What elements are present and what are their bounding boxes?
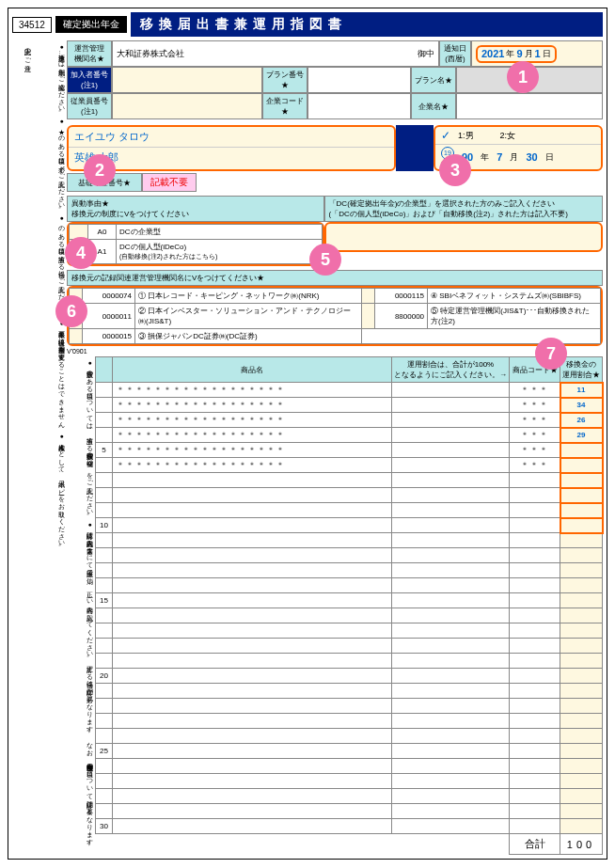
product-name[interactable]: ＊＊＊＊＊＊＊＊＊＊＊＊＊＊＊＊＊＊ bbox=[112, 443, 391, 458]
product-ratio[interactable] bbox=[560, 774, 603, 789]
rk-code-0: 0000074 bbox=[83, 289, 135, 304]
product-ratio[interactable] bbox=[560, 789, 603, 804]
product-code: ＊＊＊ bbox=[510, 383, 560, 398]
product-ratio[interactable] bbox=[560, 533, 603, 548]
product-ratio[interactable]: 29 bbox=[560, 428, 603, 443]
product-name[interactable] bbox=[112, 774, 391, 789]
subscriber-field[interactable] bbox=[112, 67, 262, 93]
product-code bbox=[510, 744, 560, 759]
notification-date[interactable]: 2021 年 9 月 1 日 bbox=[476, 45, 557, 63]
pension-note: 記載不要 bbox=[142, 173, 197, 192]
product-name[interactable]: ＊＊＊＊＊＊＊＊＊＊＊＊＊＊＊＊＊＊ bbox=[112, 398, 391, 413]
day-unit: 日 bbox=[543, 48, 551, 60]
product-ratio[interactable] bbox=[560, 443, 603, 458]
name-kanji: 英雄 太郎 bbox=[69, 147, 394, 167]
product-ratio[interactable] bbox=[560, 699, 603, 714]
product-name[interactable] bbox=[112, 729, 391, 744]
employee-field[interactable] bbox=[112, 93, 262, 119]
reason-a0-code: A0 bbox=[88, 225, 117, 240]
product-code bbox=[510, 804, 560, 819]
product-name[interactable]: ＊＊＊＊＊＊＊＊＊＊＊＊＊＊＊＊＊＊ bbox=[112, 383, 391, 398]
product-name[interactable] bbox=[112, 699, 391, 714]
product-name[interactable] bbox=[112, 503, 391, 518]
product-name[interactable] bbox=[112, 714, 391, 729]
product-name[interactable]: ＊＊＊＊＊＊＊＊＊＊＊＊＊＊＊＊＊＊ bbox=[112, 458, 391, 473]
product-name[interactable]: ＊＊＊＊＊＊＊＊＊＊＊＊＊＊＊＊＊＊ bbox=[112, 413, 391, 428]
product-ratio[interactable] bbox=[560, 503, 603, 518]
product-ratio[interactable] bbox=[560, 593, 603, 608]
reason-a1-note: (自動移換(注2)された方はこちら) bbox=[119, 253, 217, 260]
product-ratio[interactable] bbox=[560, 563, 603, 578]
product-name[interactable] bbox=[112, 578, 391, 593]
rk-code-2: 0000011 bbox=[83, 304, 135, 329]
product-code bbox=[510, 548, 560, 563]
product-code bbox=[510, 503, 560, 518]
product-name[interactable] bbox=[112, 804, 391, 819]
product-ratio[interactable] bbox=[560, 654, 603, 669]
product-ratio[interactable] bbox=[560, 639, 603, 654]
product-name[interactable] bbox=[112, 548, 391, 563]
product-ratio[interactable] bbox=[560, 608, 603, 623]
product-ratio[interactable]: 26 bbox=[560, 413, 603, 428]
product-ratio[interactable] bbox=[560, 669, 603, 684]
product-name[interactable] bbox=[112, 654, 391, 669]
product-name[interactable] bbox=[112, 684, 391, 699]
product-name[interactable] bbox=[112, 563, 391, 578]
rk-table[interactable]: 0000074① 日本レコード・キーピング・ネットワーク㈱(NRK) 00001… bbox=[67, 286, 603, 346]
product-name[interactable] bbox=[112, 488, 391, 503]
product-name[interactable] bbox=[112, 593, 391, 608]
product-ratio[interactable] bbox=[560, 744, 603, 759]
product-name[interactable] bbox=[112, 744, 391, 759]
product-code: ＊＊＊ bbox=[510, 443, 560, 458]
product-name[interactable] bbox=[112, 669, 391, 684]
product-code bbox=[510, 819, 560, 834]
product-name[interactable] bbox=[112, 639, 391, 654]
product-ratio[interactable] bbox=[560, 804, 603, 819]
product-ratio[interactable] bbox=[560, 473, 603, 488]
month-unit: 月 bbox=[525, 48, 533, 60]
rk-code-4: 0000015 bbox=[83, 329, 135, 344]
date-day: 1 bbox=[535, 48, 541, 59]
product-ratio[interactable] bbox=[560, 759, 603, 774]
notes-right: ●注意事項…は別紙をご確認ください。 ●★のある項目は必ずご記入ください。 ●の… bbox=[33, 40, 67, 855]
rk-code-3: 8800000 bbox=[375, 304, 428, 329]
product-name[interactable] bbox=[112, 623, 391, 639]
product-ratio[interactable] bbox=[560, 714, 603, 729]
reason-a0-text: DCの企業型 bbox=[117, 225, 323, 240]
product-code bbox=[510, 563, 560, 578]
product-name[interactable] bbox=[112, 473, 391, 488]
product-code bbox=[510, 488, 560, 503]
name-block[interactable]: エイユウ タロウ 英雄 太郎 bbox=[67, 125, 396, 171]
product-name[interactable] bbox=[112, 533, 391, 548]
corp-code-label: 企業コード★ bbox=[262, 93, 308, 119]
dc-note-field[interactable] bbox=[324, 222, 603, 252]
date-year: 2021 bbox=[481, 48, 504, 59]
product-name[interactable] bbox=[112, 518, 391, 533]
product-ratio[interactable]: 34 bbox=[560, 398, 603, 413]
product-ratio[interactable] bbox=[560, 458, 603, 473]
reason-a1-text: DCの個人型(iDeCo) bbox=[119, 243, 186, 251]
product-ratio[interactable]: 11 bbox=[560, 383, 603, 398]
product-name[interactable] bbox=[112, 789, 391, 804]
product-ratio[interactable] bbox=[560, 548, 603, 563]
form-category: 確定拠出年金 bbox=[55, 16, 127, 33]
product-ratio[interactable] bbox=[560, 578, 603, 593]
top-note-label: 記入上の ご注意 bbox=[12, 40, 33, 855]
product-ratio[interactable] bbox=[560, 518, 603, 533]
product-ratio[interactable] bbox=[560, 684, 603, 699]
reason-options[interactable]: A0DCの企業型 A1DCの個人型(iDeCo)(自動移換(注2)された方はこち… bbox=[67, 222, 324, 266]
product-ratio[interactable] bbox=[560, 488, 603, 503]
product-ratio[interactable] bbox=[560, 729, 603, 744]
spacer-navy bbox=[396, 125, 434, 171]
year-unit: 年 bbox=[506, 48, 514, 60]
product-name[interactable]: ＊＊＊＊＊＊＊＊＊＊＊＊＊＊＊＊＊＊ bbox=[112, 428, 391, 443]
product-ratio[interactable] bbox=[560, 819, 603, 834]
corp-code-field bbox=[308, 93, 411, 119]
callout-6: 6 bbox=[55, 295, 87, 327]
product-name[interactable] bbox=[112, 759, 391, 774]
product-ratio[interactable] bbox=[560, 623, 603, 639]
rk-code-1: 0000115 bbox=[375, 289, 428, 304]
product-name[interactable] bbox=[112, 608, 391, 623]
product-code bbox=[510, 789, 560, 804]
product-name[interactable] bbox=[112, 819, 391, 834]
